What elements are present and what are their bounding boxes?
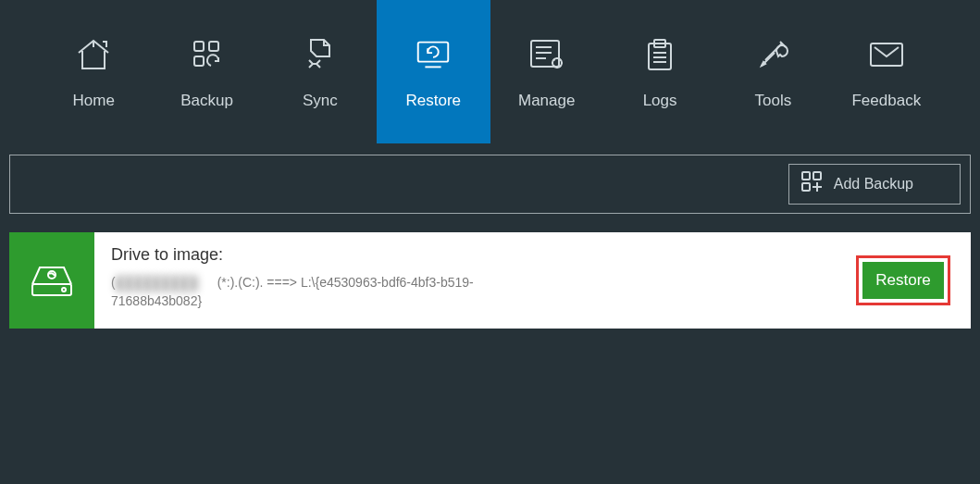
svg-rect-2 <box>194 56 204 66</box>
tools-icon <box>752 34 793 75</box>
sync-icon <box>300 34 341 75</box>
entry-detail: (█████████(*:).(C:). ===> L:\{e4530963-b… <box>111 274 500 310</box>
add-backup-icon <box>800 170 825 198</box>
entry-detail-obscured: █████████ <box>116 275 217 292</box>
restore-toolbar: Add Backup <box>9 155 971 214</box>
svg-point-22 <box>62 288 66 292</box>
entry-title: Drive to image: <box>111 245 834 265</box>
nav-tools[interactable]: Tools <box>716 0 829 143</box>
entry-drive-icon <box>9 232 94 329</box>
svg-rect-16 <box>802 172 810 180</box>
svg-rect-17 <box>813 172 821 180</box>
nav-home-label: Home <box>73 92 115 110</box>
nav-feedback-label: Feedback <box>851 92 921 110</box>
backup-entry: Drive to image: (█████████(*:).(C:). ===… <box>9 232 971 329</box>
restore-icon <box>413 34 453 75</box>
restore-button[interactable]: Restore <box>862 262 944 299</box>
nav-restore-label: Restore <box>406 92 462 110</box>
restore-button-highlight: Restore <box>856 255 950 305</box>
entry-action: Restore <box>850 232 971 329</box>
nav-sync[interactable]: Sync <box>264 0 377 143</box>
backup-icon <box>187 34 228 75</box>
manage-icon <box>527 34 567 75</box>
nav-restore[interactable]: Restore <box>377 0 490 143</box>
nav-feedback[interactable]: Feedback <box>830 0 943 143</box>
svg-rect-0 <box>194 42 204 51</box>
nav-backup-label: Backup <box>180 92 233 110</box>
logs-icon <box>639 34 680 75</box>
home-icon <box>73 34 114 75</box>
nav-manage[interactable]: Manage <box>490 0 603 143</box>
nav-sync-label: Sync <box>303 92 338 110</box>
add-backup-label: Add Backup <box>834 176 913 192</box>
nav-logs-label: Logs <box>643 92 677 110</box>
feedback-icon <box>866 34 907 75</box>
nav-backup[interactable]: Backup <box>150 0 263 143</box>
nav-tools-label: Tools <box>755 92 792 110</box>
svg-rect-3 <box>418 42 449 61</box>
nav-logs[interactable]: Logs <box>603 0 716 143</box>
entry-body: Drive to image: (█████████(*:).(C:). ===… <box>94 232 850 329</box>
add-backup-button[interactable]: Add Backup <box>788 164 961 205</box>
nav-home[interactable]: Home <box>37 0 150 143</box>
top-nav: Home Backup Sync <box>0 0 980 143</box>
svg-rect-1 <box>209 42 218 51</box>
svg-rect-18 <box>802 183 810 191</box>
nav-manage-label: Manage <box>518 92 575 110</box>
